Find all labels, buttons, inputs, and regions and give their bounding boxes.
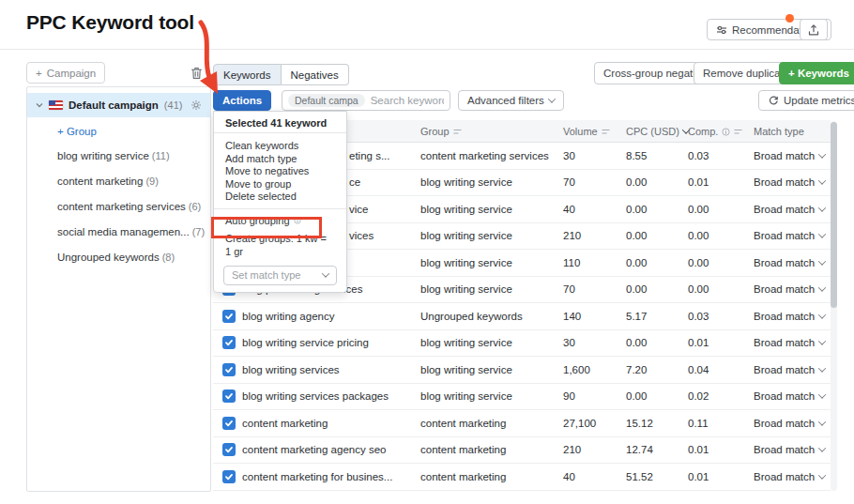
column-header-comp[interactable]: Comp.	[688, 120, 742, 143]
keyword-checkbox-checked[interactable]	[222, 443, 236, 456]
column-header-volume[interactable]: Volume	[563, 120, 610, 143]
menu-item-move-to-group[interactable]: Move to group	[214, 178, 346, 191]
cpc-cell: 0.00	[626, 204, 647, 215]
group-name: blog writing service	[57, 150, 149, 161]
menu-item-create-groups[interactable]: Create groups: 1 kw = 1 gr	[214, 232, 346, 260]
match-type-dropdown[interactable]: Broad match	[754, 257, 825, 268]
column-header-cpc[interactable]: CPC (USD)	[626, 120, 689, 143]
set-match-type-select[interactable]: Set match type	[223, 266, 337, 285]
add-group-link[interactable]: + Group	[57, 126, 97, 137]
chevron-down-icon	[818, 150, 826, 158]
match-type-dropdown[interactable]: Broad match	[754, 283, 825, 295]
keyword-checkbox-checked[interactable]	[222, 389, 236, 403]
search-box[interactable]: Default campa	[282, 90, 450, 111]
match-type-dropdown[interactable]: Broad match	[754, 471, 825, 482]
match-type-dropdown[interactable]: Broad match	[754, 150, 825, 161]
volume-cell: 40	[563, 471, 575, 482]
sort-icon	[453, 129, 462, 135]
table-row: blog writing service pricingblog writing…	[213, 330, 831, 358]
campaign-count: (41)	[164, 99, 183, 111]
actions-menu-list: Clean keywordsAdd match typeMove to nega…	[214, 133, 346, 209]
tab-negatives[interactable]: Negatives	[282, 64, 349, 85]
update-metrics-button[interactable]: Update metrics	[758, 90, 854, 111]
match-type-dropdown[interactable]: Broad match	[754, 364, 825, 375]
keyword-checkbox-checked[interactable]	[222, 363, 236, 376]
match-type-dropdown[interactable]: Broad match	[754, 204, 825, 215]
comp-cell: 0.01	[688, 176, 709, 188]
chevron-down-icon	[818, 231, 826, 238]
chevron-down-icon	[322, 270, 329, 278]
tab-keywords[interactable]: Keywords	[213, 64, 282, 85]
menu-item-clean-keywords[interactable]: Clean keywords	[214, 140, 346, 153]
keywords-negatives-tabs: Keywords Negatives	[213, 64, 349, 85]
sidebar-item-group-4[interactable]: Ungrouped keywords(8)	[57, 252, 175, 266]
campaign-sidebar: Default campaign (41) + Group blog writi…	[26, 86, 211, 492]
cpc-cell: 0.00	[626, 390, 647, 402]
keyword-cell: eting s...	[349, 150, 389, 161]
cpc-cell: 12.74	[626, 444, 653, 455]
comp-cell: 0.01	[688, 337, 709, 348]
sidebar-item-group-3[interactable]: social media managemen...(7)	[57, 226, 205, 240]
comp-cell: 0.00	[688, 230, 709, 241]
sidebar-item-group-2[interactable]: content marketing services(6)	[57, 201, 201, 215]
cpc-cell: 0.00	[626, 337, 647, 348]
keyword-checkbox-checked[interactable]	[222, 417, 236, 430]
keyword-checkbox-checked[interactable]	[222, 336, 236, 349]
page-title: PPC Keyword tool	[26, 11, 194, 34]
menu-item-move-to-negatives[interactable]: Move to negatives	[214, 165, 346, 178]
menu-item-auto-grouping[interactable]: Auto grouping	[214, 209, 346, 232]
match-type-label: Broad match	[754, 311, 815, 322]
volume-cell: 70	[563, 176, 575, 188]
add-campaign-button[interactable]: + Campaign	[26, 62, 105, 84]
comp-cell: 0.00	[688, 257, 709, 268]
sidebar-item-group-1[interactable]: content marketing(9)	[57, 176, 159, 190]
match-type-dropdown[interactable]: Broad match	[754, 444, 825, 455]
chevron-down-icon	[818, 364, 826, 372]
volume-cell: 90	[563, 390, 575, 402]
advanced-filters-button[interactable]: Advanced filters	[458, 90, 564, 111]
menu-item-delete-selected[interactable]: Delete selected	[214, 191, 346, 204]
match-type-dropdown[interactable]: Broad match	[754, 337, 825, 348]
cpc-cell: 7.20	[626, 364, 647, 375]
match-type-dropdown[interactable]: Broad match	[754, 390, 825, 402]
trash-icon[interactable]	[186, 63, 206, 84]
cpc-cell: 15.12	[626, 418, 653, 429]
keyword-checkbox-checked[interactable]	[222, 470, 236, 483]
match-type-label: Broad match	[754, 283, 815, 295]
sidebar-item-default-campaign[interactable]: Default campaign (41)	[27, 93, 210, 117]
comp-cell: 0.03	[688, 311, 709, 322]
header-divider	[0, 49, 854, 50]
volume-cell: 30	[563, 150, 575, 161]
sidebar-item-group-0[interactable]: blog writing service(11)	[57, 150, 170, 164]
column-header-match-type[interactable]: Match type	[754, 120, 804, 143]
group-name: Ungrouped keywords	[57, 252, 160, 263]
group-cell: blog writing service	[420, 364, 512, 375]
match-type-dropdown[interactable]: Broad match	[754, 418, 825, 429]
group-count: (9)	[145, 176, 158, 187]
menu-item-add-match-type[interactable]: Add match type	[214, 153, 346, 166]
volume-cell: 70	[563, 283, 575, 295]
campaign-filter-chip[interactable]: Default campa	[288, 94, 365, 107]
group-cell: Ungrouped keywords	[420, 311, 523, 322]
cpc-cell: 8.55	[626, 150, 647, 161]
gear-icon[interactable]	[191, 99, 202, 111]
keyword-cell: content marketing	[242, 418, 328, 429]
match-type-label: Broad match	[754, 390, 815, 402]
match-type-dropdown[interactable]: Broad match	[754, 311, 825, 322]
export-button[interactable]	[800, 19, 828, 40]
match-type-dropdown[interactable]: Broad match	[754, 176, 825, 188]
match-type-label: Broad match	[754, 471, 815, 482]
column-header-group[interactable]: Group	[420, 120, 462, 143]
add-keywords-button[interactable]: + Keywords	[779, 62, 854, 84]
match-type-dropdown[interactable]: Broad match	[754, 230, 825, 241]
comp-cell: 0.04	[688, 364, 709, 375]
match-type-label: Broad match	[754, 176, 815, 188]
table-scrollbar-thumb[interactable]	[831, 122, 837, 308]
group-cell: content marketing	[420, 444, 506, 455]
keyword-checkbox-checked[interactable]	[222, 310, 236, 323]
actions-button[interactable]: Actions	[213, 90, 271, 111]
group-cell: blog writing service	[420, 283, 512, 295]
match-type-label: Broad match	[754, 418, 815, 429]
search-input[interactable]	[371, 95, 444, 106]
chevron-down-icon	[818, 391, 826, 399]
